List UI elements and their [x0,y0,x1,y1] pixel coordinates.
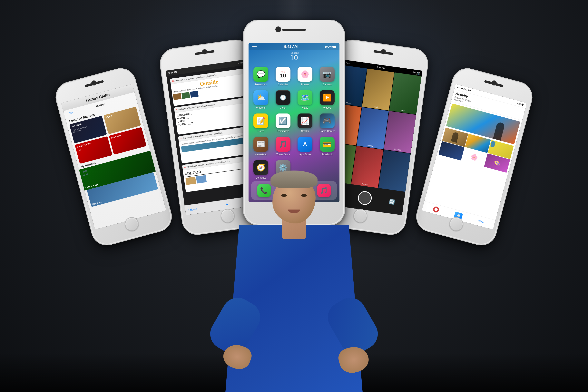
photos-label: Photos [301,83,309,86]
passbook-label: Passbook [322,153,332,156]
stocks-label: Stocks [301,130,309,132]
app-calendar[interactable]: TUE 10 Calendar [274,67,292,86]
filter-process: Process [394,148,401,151]
photos-icon: 🌸 [298,67,312,82]
phone-left2-screen: iTunes Radio Edit History Featured Stati… [61,84,166,230]
newsstand-icon: 📰 [254,137,268,152]
itunes-radio-screen: iTunes Radio Edit History Featured Stati… [61,84,166,230]
weather-icon: ⛅ [254,90,268,105]
phone-left1-side-btn-l [162,86,164,93]
weather-label: Weather [256,106,266,109]
reminders-label: Reminders [277,130,289,132]
app-placeholder2 [318,160,336,179]
videos-label: Videos [323,106,331,109]
calendar-label: Calendar [278,83,288,86]
photo-grid-item-3: Noir [389,72,422,114]
app-notes[interactable]: 📝 Notes [252,114,270,132]
reminders-icon: ☑️ [276,114,290,128]
appstore-icon: A [298,137,312,152]
contacts-icon[interactable] [432,206,440,213]
app-messages[interactable]: 💬 Messages [252,67,270,86]
phone-right1-side-btn [423,89,426,101]
app-photos[interactable]: 🌸 Photos [296,67,314,86]
app-stocks[interactable]: 📈 Stocks [296,114,314,132]
photo-grid-item-2: Tonal [362,68,394,111]
phone-right2-screen: ●●●●● 9:41 AM 100% ▊ Activity Shared 38 … [422,84,527,230]
phone-right2: ●●●●● 9:41 AM 100% ▊ Activity Shared 38 … [413,65,536,249]
photo-grid-item-8: Instant [351,146,384,188]
presenter-head [272,176,316,224]
camera-time: 9:41 AM [376,66,386,70]
newsstand-label: Newsstand [254,153,267,156]
phone-right2-side-btn [523,124,527,136]
camera-icon: 📷 [320,67,334,82]
compass-label: Compass [256,176,266,179]
messages-icon: 💬 [254,67,268,82]
app-gamecenter[interactable]: 🎮 Game Center [318,114,336,132]
maps-label: Maps [302,106,308,109]
app-newsstand[interactable]: 📰 Newsstand [252,137,270,156]
app-compass[interactable]: 🧭 Compass [252,160,270,179]
calendar-icon: TUE 10 [276,67,290,82]
itunes-store-icon: 🎵 [276,137,290,152]
stocks-icon: 📈 [298,114,312,128]
gamecenter-icon: 🎮 [320,114,334,128]
passbook-icon: 💳 [320,137,334,152]
phone-left2-side-btn [60,120,63,128]
app-videos[interactable]: ▶️ Videos [318,90,336,109]
camera-switch-icon[interactable]: 📷 [416,71,420,76]
photo-grid-item-6: Process [384,111,416,153]
private-button[interactable]: Private [188,207,197,212]
notes-icon: 📝 [254,114,268,128]
eye-right [301,194,307,197]
app-grid: 💬 Messages TUE 10 Calendar 🌸 Photos [248,63,340,183]
gamecenter-label: Game Center [320,130,335,132]
camera-label: Camera [322,83,332,86]
home-radio-label: Home R... [92,201,102,206]
clock-label: Clock [280,106,286,109]
date-label: Tuesday10 [248,50,340,62]
itunes-store-label: iTunes Store [276,153,290,156]
app-appstore[interactable]: A App Store [296,137,314,156]
maps-icon: 🗺️ [298,90,312,105]
app-reminders[interactable]: ☑️ Reminders [274,114,292,132]
messages-label: Messages [255,83,267,86]
photo-grid-item-9 [378,150,411,192]
app-weather[interactable]: ⛅ Weather [252,90,270,109]
app-clock[interactable]: 🕐 Clock [274,90,292,109]
filter-tonal: Tonal [374,106,378,108]
notes-label: Notes [258,130,264,132]
edit-button[interactable]: Edit [66,109,76,116]
videos-icon: ▶️ [320,90,334,105]
safari-time: 9:41 AM [168,70,178,74]
app-itunes-store[interactable]: 🎵 iTunes Store [274,137,292,156]
icloud-label: iCloud [478,220,484,224]
filter-chrome: Chrome [367,144,374,147]
camera-switch-btn[interactable]: 🔄 [389,199,395,205]
app-maps[interactable]: 🗺️ Maps [296,90,314,109]
phone-center-speaker [282,28,306,31]
history-label: History [96,102,105,108]
photos-status-right: 100% ▊ [517,102,524,106]
status-battery: 100% [324,45,336,48]
status-signal: ●●●●● [252,46,257,48]
photos-activity-screen: ●●●●● 9:41 AM 100% ▊ Activity Shared 38 … [422,84,527,230]
presenter [206,196,382,392]
clock-icon: 🕐 [276,90,290,105]
eye-left [281,194,287,197]
filter-noir: Noir [401,110,405,112]
photo-grid-item-5: Chrome [356,107,389,149]
app-passbook[interactable]: 💳 Passbook [318,137,336,156]
dock-music[interactable]: 🎵 [317,184,331,197]
ios-statusbar: ●●●●● 9:41 AM 100% [248,43,340,50]
filter-instant: Instant [362,183,368,186]
presenter-hair [270,170,318,188]
status-time: 9:41 AM [284,45,298,49]
appstore-label: App Store [299,153,311,156]
dock-phone[interactable]: 📞 [257,184,271,197]
app-camera[interactable]: 📷 Camera [318,67,336,86]
presenter-mouth [288,210,300,213]
phone-left2: iTunes Radio Edit History Featured Stati… [52,65,175,249]
filter-mono: Mono [346,102,351,104]
compass-icon: 🧭 [254,160,268,175]
